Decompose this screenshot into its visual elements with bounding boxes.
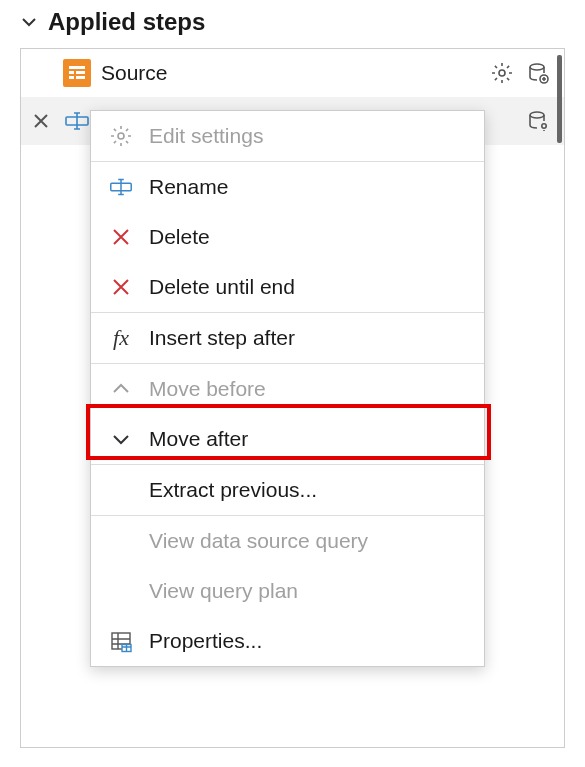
delete-step-icon[interactable] [29,109,53,133]
blank-icon [107,527,135,555]
settings-gear-icon[interactable] [488,59,516,87]
menu-view-data-source-query: View data source query [91,516,484,566]
step-row-actions [524,107,552,135]
menu-move-after[interactable]: Move after [91,414,484,464]
menu-label: Insert step after [149,326,295,350]
source-step-icon [63,59,91,87]
menu-edit-settings: Edit settings [91,111,484,161]
menu-label: View data source query [149,529,368,553]
menu-label: Edit settings [149,124,263,148]
rename-columns-step-icon [63,107,91,135]
svg-point-5 [499,70,505,76]
menu-label: Delete until end [149,275,295,299]
menu-delete[interactable]: Delete [91,212,484,262]
svg-rect-4 [76,76,85,79]
step-context-menu: Edit settings Rename Delete Delete until… [90,110,485,667]
step-row-actions [488,59,552,87]
svg-point-9 [530,112,544,118]
collapse-chevron-icon [20,13,38,31]
database-query-icon[interactable] [524,107,552,135]
svg-point-11 [118,133,124,139]
svg-point-10 [542,124,546,128]
menu-delete-until-end[interactable]: Delete until end [91,262,484,312]
database-add-icon[interactable] [524,59,552,87]
step-label: Source [101,61,478,85]
panel-title: Applied steps [48,8,205,36]
svg-point-6 [530,64,544,70]
menu-label: Move after [149,427,248,451]
fx-icon: fx [107,324,135,352]
menu-label: Properties... [149,629,262,653]
chevron-down-icon [107,425,135,453]
svg-rect-0 [69,66,85,69]
delete-x-icon [107,223,135,251]
applied-steps-header[interactable]: Applied steps [0,0,585,48]
properties-table-icon [107,627,135,655]
rename-icon [107,173,135,201]
blank-icon [107,476,135,504]
menu-rename[interactable]: Rename [91,162,484,212]
delete-x-icon [107,273,135,301]
menu-move-before: Move before [91,364,484,414]
scrollbar-thumb[interactable] [557,55,562,143]
blank-icon [107,577,135,605]
menu-label: Move before [149,377,266,401]
svg-rect-3 [69,76,74,79]
svg-rect-2 [76,71,85,74]
menu-label: Delete [149,225,210,249]
chevron-up-icon [107,375,135,403]
menu-properties[interactable]: Properties... [91,616,484,666]
menu-label: Rename [149,175,228,199]
step-row-source[interactable]: Source [21,49,564,97]
menu-extract-previous[interactable]: Extract previous... [91,465,484,515]
svg-rect-1 [69,71,74,74]
gear-icon [107,122,135,150]
menu-insert-step-after[interactable]: fx Insert step after [91,313,484,363]
menu-view-query-plan: View query plan [91,566,484,616]
menu-label: Extract previous... [149,478,317,502]
menu-label: View query plan [149,579,298,603]
